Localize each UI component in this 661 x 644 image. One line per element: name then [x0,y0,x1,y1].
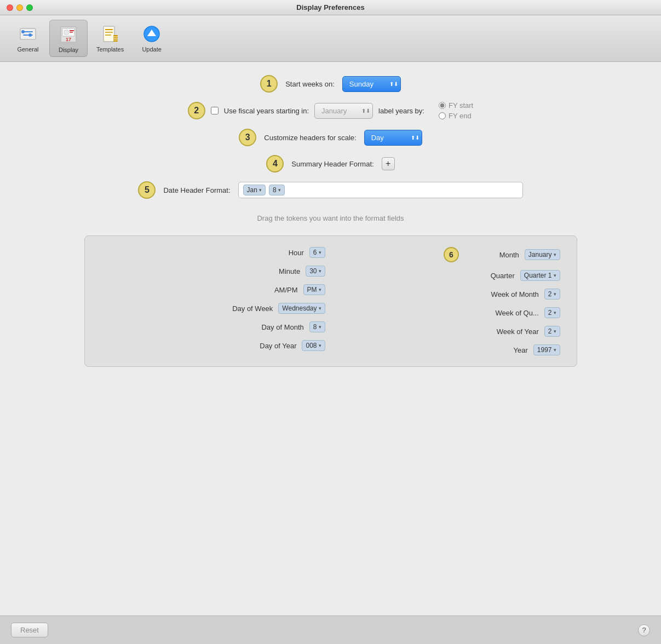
token-label-week-of-month: Week of Month [484,290,539,298]
step-badge-6: 6 [444,247,459,262]
step-badge-5: 5 [138,181,156,199]
step-badge-4: 4 [266,155,284,173]
token-minute[interactable]: 30 ▾ [306,266,325,277]
toolbar-item-templates[interactable]: Templates [90,20,130,57]
label-summary-header: Summary Header Format: [291,160,373,168]
token-hour[interactable]: 6 ▾ [309,247,325,258]
label-start-weeks: Start weeks on: [285,80,335,88]
form-section: 1 Start weeks on: Sunday Monday Saturday… [84,75,577,367]
label-date-header: Date Header Format: [163,186,230,194]
token-day-of-month[interactable]: 8 ▾ [309,321,325,332]
maximize-button[interactable] [26,4,33,11]
token-ampm[interactable]: PM ▾ [303,284,325,295]
token-label-day-of-year: Day of Year [242,342,296,350]
token-label-day-of-week: Day of Week [218,304,273,313]
add-token-button[interactable]: + [382,157,395,170]
svg-rect-7 [64,30,68,34]
fy-end-radio[interactable] [439,112,446,119]
token-grid: Hour 6 ▾ Minute 30 ▾ AM/PM [84,235,577,367]
label-years-by: label years by: [378,107,424,115]
step-badge-1: 1 [260,75,278,93]
token-label-day-of-month: Day of Month [249,323,304,331]
fy-end-label[interactable]: FY end [439,112,473,120]
svg-point-4 [28,33,32,37]
token-label-hour: Hour [249,249,304,257]
toolbar-item-display[interactable]: 17 Display [49,20,88,57]
update-icon [141,23,163,45]
start-weeks-arrow: ⬆⬇ [389,81,398,87]
templates-icon [99,23,121,45]
toolbar-label-display: Display [59,47,78,53]
token-row-week-of-year: Week of Year 2 ▾ [336,326,560,337]
token-label-week-of-year: Week of Year [484,327,539,336]
fiscal-month-select[interactable]: January February March [317,105,361,117]
start-weeks-select-wrapper[interactable]: Sunday Monday Saturday ⬆⬇ [342,76,401,92]
minimize-button[interactable] [16,4,23,11]
scale-select-wrapper[interactable]: Day Week Month ⬆⬇ [364,130,422,146]
token-week-of-year[interactable]: 2 ▾ [544,326,560,337]
toolbar-item-general[interactable]: General [9,20,47,57]
row-fiscal-years: 2 Use fiscal years starting in: January … [84,101,577,120]
help-button[interactable]: ? [638,624,650,636]
token-week-of-quarter[interactable]: 2 ▾ [544,307,560,318]
token-day-of-year[interactable]: 008 ▾ [302,340,325,351]
token-row-day-of-year: Day of Year 008 ▾ [101,340,325,351]
bottom-bar: Reset ? [0,616,661,644]
fiscal-month-arrow: ⬆⬇ [361,108,370,114]
token-row-minute: Minute 30 ▾ [101,266,325,277]
fiscal-month-select-wrapper[interactable]: January February March ⬆⬇ [314,103,373,119]
token-row-hour: Hour 6 ▾ [101,247,325,258]
token-row-quarter: Quarter Quarter 1 ▾ [336,270,560,281]
fy-end-text: FY end [449,112,472,120]
scale-arrow: ⬆⬇ [411,135,419,141]
token-label-year: Year [473,346,528,354]
label-customize-headers: Customize headers for scale: [264,134,356,142]
reset-button[interactable]: Reset [11,623,48,637]
row-summary-header: 4 Summary Header Format: + [84,155,577,173]
token-row-month: 6 Month January ▾ [336,247,560,262]
step-badge-2: 2 [188,102,205,119]
toolbar-label-general: General [17,46,38,53]
token-label-month: Month [464,251,519,259]
token-label-quarter: Quarter [460,272,515,280]
token-label-minute: Minute [245,267,300,275]
traffic-lights [7,4,33,11]
token-row-ampm: AM/PM PM ▾ [101,284,325,295]
toolbar-item-update[interactable]: Update [133,20,171,57]
token-row-day-of-week: Day of Week Wednesday ▾ [101,303,325,314]
fiscal-years-checkbox[interactable] [211,107,219,114]
label-fiscal-years: Use fiscal years starting in: [224,107,309,115]
scale-select[interactable]: Day Week Month [367,131,411,144]
close-button[interactable] [7,4,13,11]
drag-hint: Drag the tokens you want into the format… [84,214,577,222]
start-weeks-select[interactable]: Sunday Monday Saturday [345,78,389,90]
fy-start-radio[interactable] [439,102,446,109]
svg-text:17: 17 [66,37,71,42]
svg-point-2 [21,30,25,33]
token-day-of-week[interactable]: Wednesday ▾ [278,303,325,314]
toolbar-label-update: Update [142,46,161,53]
row-customize-headers: 3 Customize headers for scale: Day Week … [84,129,577,146]
token-row-year: Year 1997 ▾ [336,344,560,355]
token-year[interactable]: 1997 ▾ [533,344,560,355]
title-bar: Display Preferences [0,0,661,15]
token-row-week-of-quarter: Week of Qu... 2 ▾ [336,307,560,318]
step-badge-3: 3 [239,129,256,146]
token-day[interactable]: 8 ▾ [269,185,285,196]
toolbar: General 17 Display [0,15,661,62]
fy-start-label[interactable]: FY start [439,101,473,110]
window-title: Display Preferences [296,3,364,12]
token-label-ampm: AM/PM [243,286,298,294]
token-week-of-month[interactable]: 2 ▾ [544,289,560,300]
token-quarter[interactable]: Quarter 1 ▾ [520,270,560,281]
token-row-week-of-month: Week of Month 2 ▾ [336,289,560,300]
svg-rect-11 [104,26,114,42]
svg-rect-0 [20,28,36,39]
token-grid-left: Hour 6 ▾ Minute 30 ▾ AM/PM [101,247,325,355]
display-icon: 17 [58,24,79,45]
general-icon [17,23,39,45]
fy-start-text: FY start [449,101,473,110]
token-jan[interactable]: Jan ▾ [243,185,266,196]
token-month[interactable]: January ▾ [525,249,560,260]
main-content: 1 Start weeks on: Sunday Monday Saturday… [0,62,661,616]
